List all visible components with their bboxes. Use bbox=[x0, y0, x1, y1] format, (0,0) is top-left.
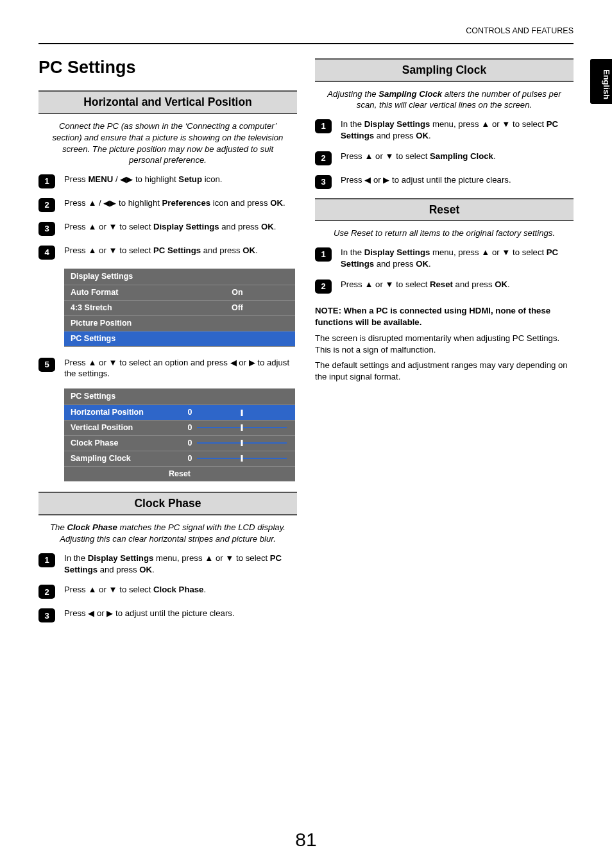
down-icon: ▼ bbox=[109, 222, 117, 231]
text: . bbox=[152, 565, 155, 574]
text: Adjusting the bbox=[327, 89, 378, 99]
text: to adjust until the picture clears. bbox=[389, 175, 511, 185]
step-number-2: 2 bbox=[38, 585, 55, 599]
pc-settings-table: PC Settings Horizontal Position0Vertical… bbox=[64, 388, 295, 481]
sampling-clock-heading: Sampling Clock bbox=[315, 58, 574, 82]
table-row: Picture Position bbox=[64, 315, 295, 331]
text: to select bbox=[117, 246, 153, 255]
text: to select bbox=[510, 247, 546, 257]
text: menu, press bbox=[153, 553, 205, 563]
table-title: PC Settings bbox=[64, 388, 295, 405]
hv-step-2: 2 Press ▲ / ◀▶ to highlight Preferences … bbox=[38, 197, 297, 212]
text: or bbox=[373, 280, 385, 289]
cp-step-1: 1 In the Display Settings menu, press ▲ … bbox=[38, 553, 297, 576]
step-number-1: 1 bbox=[38, 553, 55, 567]
sampling-clock-intro: Adjusting the Sampling Clock alters the … bbox=[321, 88, 567, 112]
page-number: 81 bbox=[0, 827, 612, 853]
display-settings-label: Display Settings bbox=[364, 247, 430, 257]
menu-label: MENU bbox=[88, 174, 113, 184]
table-title: Display Settings bbox=[64, 269, 295, 285]
step-number-1: 1 bbox=[315, 247, 332, 262]
clock-phase-heading: Clock Phase bbox=[38, 492, 297, 515]
row-value: 0 bbox=[180, 435, 295, 451]
up-icon: ▲ bbox=[88, 246, 96, 255]
text: to adjust until the picture clears. bbox=[113, 608, 234, 618]
up-icon: ▲ bbox=[88, 198, 96, 208]
reset-step-1: 1 In the Display Settings menu, press ▲ … bbox=[315, 247, 574, 270]
sampling-clock-bold: Sampling Clock bbox=[378, 89, 442, 99]
hv-position-heading: Horizontal and Vertical Position bbox=[38, 90, 297, 114]
text: Press bbox=[341, 280, 364, 289]
text: . bbox=[274, 222, 276, 231]
text: or bbox=[96, 358, 108, 367]
text: Press bbox=[64, 222, 88, 231]
text: to select bbox=[394, 151, 430, 161]
right-column: Sampling Clock Adjusting the Sampling Cl… bbox=[315, 48, 574, 631]
down-icon: ▼ bbox=[109, 246, 117, 255]
left-icon: ◀ bbox=[103, 198, 110, 208]
text: or bbox=[373, 151, 385, 161]
text: and press bbox=[453, 280, 495, 289]
ok-label: OK bbox=[495, 280, 507, 289]
cp-step-3: 3 Press ◀ or ▶ to adjust until the pictu… bbox=[38, 608, 297, 622]
text: menu, press bbox=[430, 247, 481, 257]
right-icon: ▶ bbox=[249, 358, 255, 367]
up-icon: ▲ bbox=[481, 247, 489, 257]
hv-step-3: 3 Press ▲ or ▼ to select Display Setting… bbox=[38, 221, 297, 236]
up-icon: ▲ bbox=[364, 280, 373, 289]
display-settings-label: Display Settings bbox=[153, 222, 219, 231]
left-column: PC Settings Horizontal and Vertical Posi… bbox=[38, 48, 297, 631]
text: / bbox=[113, 174, 120, 184]
text: to highlight bbox=[133, 174, 178, 184]
reset-label: Reset bbox=[430, 280, 453, 289]
down-icon: ▼ bbox=[386, 280, 394, 289]
reset-step-2: 2 Press ▲ or ▼ to select Reset and press… bbox=[315, 279, 574, 294]
text: . bbox=[507, 280, 510, 289]
slider-value: 0 bbox=[188, 407, 192, 418]
reset-heading: Reset bbox=[315, 198, 574, 222]
text: and press bbox=[98, 565, 139, 574]
hv-step-1: 1 Press MENU / ◀▶ to highlight Setup ico… bbox=[38, 174, 297, 188]
right-icon: ▶ bbox=[106, 608, 113, 618]
up-icon: ▲ bbox=[88, 222, 96, 231]
sc-step-2: 2 Press ▲ or ▼ to select Sampling Clock. bbox=[315, 151, 574, 165]
slider-track-icon bbox=[197, 409, 287, 417]
table-row: Vertical Position0 bbox=[64, 420, 295, 435]
step-number-3: 3 bbox=[315, 175, 332, 189]
right-icon: ▶ bbox=[110, 198, 116, 208]
row-label: Auto Format bbox=[64, 285, 180, 301]
text: or bbox=[213, 553, 225, 563]
table-row: 4:3 StretchOff bbox=[64, 300, 295, 315]
row-label: Horizontal Position bbox=[64, 405, 180, 421]
reset-label: Reset bbox=[64, 466, 295, 481]
row-label: Vertical Position bbox=[64, 420, 180, 435]
ok-label: OK bbox=[270, 198, 283, 208]
hv-step-4: 4 Press ▲ or ▼ to select PC Settings and… bbox=[38, 245, 297, 260]
clock-phase-intro: The Clock Phase matches the PC signal wi… bbox=[45, 522, 291, 545]
row-value: 0 bbox=[180, 420, 295, 435]
slider-value: 0 bbox=[188, 438, 192, 449]
text: to select bbox=[510, 119, 546, 129]
text: and press bbox=[219, 222, 261, 231]
right-icon: ▶ bbox=[383, 175, 389, 185]
text: to select an option and press bbox=[117, 358, 230, 367]
step-number-3: 3 bbox=[38, 608, 55, 622]
clock-phase-label: Clock Phase bbox=[153, 585, 203, 594]
left-icon: ◀ bbox=[230, 358, 237, 367]
text: or bbox=[237, 358, 249, 367]
display-settings-label: Display Settings bbox=[88, 553, 154, 563]
row-label: Picture Position bbox=[64, 315, 180, 331]
step-number-3: 3 bbox=[38, 222, 55, 236]
sampling-clock-label: Sampling Clock bbox=[430, 151, 493, 161]
left-icon: ◀ bbox=[88, 608, 94, 618]
text: The bbox=[50, 522, 67, 532]
table-row: Horizontal Position0 bbox=[64, 405, 295, 421]
sc-step-1: 1 In the Display Settings menu, press ▲ … bbox=[315, 119, 574, 142]
row-value: On bbox=[180, 285, 295, 301]
page-title: PC Settings bbox=[38, 56, 297, 79]
text: or bbox=[96, 246, 108, 255]
down-icon: ▼ bbox=[109, 585, 117, 594]
ok-label: OK bbox=[242, 246, 255, 255]
row-value: 0 bbox=[180, 451, 295, 466]
up-icon: ▲ bbox=[481, 119, 489, 129]
